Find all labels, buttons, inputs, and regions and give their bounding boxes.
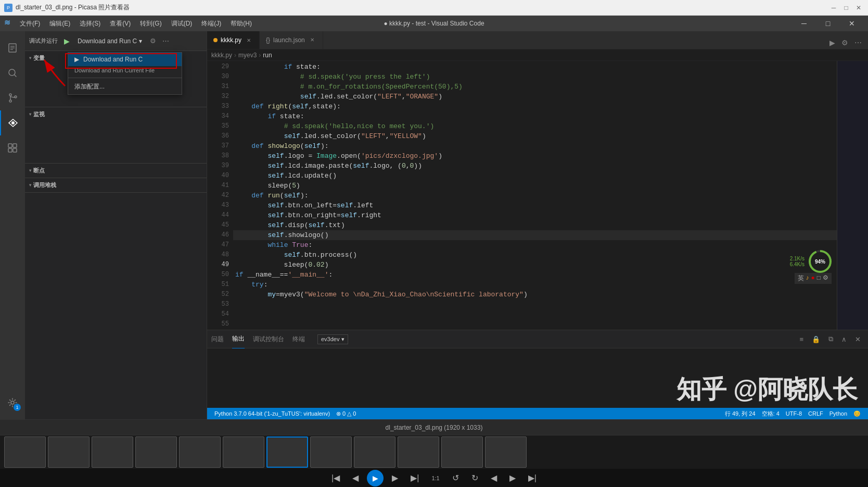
- picasa-file-info: dl_starter_03_dl.png (1920 x 1033): [0, 420, 868, 435]
- picasa-back-button[interactable]: ◀: [348, 471, 363, 485]
- tab-kkkk-close[interactable]: ✕: [245, 36, 253, 44]
- thumbnail-8[interactable]: [310, 436, 352, 468]
- status-indent[interactable]: 空格: 4: [759, 408, 783, 419]
- menu-debug[interactable]: 调试(D): [167, 18, 197, 29]
- panel-channel-dropdown[interactable]: ev3dev ▾: [317, 334, 348, 344]
- panel-format-button[interactable]: ≡: [796, 334, 807, 344]
- picasa-next-button[interactable]: ▶|: [406, 471, 423, 485]
- status-line-ending[interactable]: CRLF: [805, 408, 826, 419]
- thumbnail-3[interactable]: [92, 436, 133, 468]
- thumbnail-12[interactable]: [485, 436, 527, 468]
- thumbnail-7[interactable]: [266, 436, 308, 468]
- svg-rect-15: [13, 148, 17, 152]
- callstack-header[interactable]: ▾ 调用堆栈: [25, 178, 207, 192]
- line-num-54: 54: [211, 309, 229, 319]
- picasa-next-page-button[interactable]: ▶: [505, 471, 520, 485]
- picasa-minimize-button[interactable]: ─: [828, 3, 839, 13]
- thumbnail-6[interactable]: [223, 436, 264, 468]
- breakpoints-header[interactable]: ▾ 断点: [25, 164, 207, 178]
- status-feedback[interactable]: 😊: [850, 408, 864, 419]
- status-encoding[interactable]: UTF-8: [783, 408, 805, 419]
- thumbnail-1[interactable]: [4, 436, 46, 468]
- status-lang[interactable]: Python: [826, 408, 850, 419]
- activity-explore[interactable]: [0, 35, 25, 60]
- picasa-rotate-left-button[interactable]: ↺: [448, 471, 463, 485]
- activity-search[interactable]: [0, 60, 25, 85]
- debug-run-button[interactable]: ▶: [62, 36, 72, 46]
- overlay-gear-icon: ⚙: [823, 274, 828, 283]
- watch-header[interactable]: ▾ 监视: [25, 107, 207, 121]
- status-python[interactable]: Python 3.7.0 64-bit ('1-zu_TuTUS': virtu…: [211, 408, 333, 419]
- menu-edit[interactable]: 编辑(E): [45, 18, 74, 29]
- thumbnail-11[interactable]: [441, 436, 483, 468]
- line-num-43: 43: [211, 201, 229, 210]
- code-editor[interactable]: 29 30 31 32 33 34 35 36 37 38 39 40 41 4…: [207, 61, 868, 330]
- picasa-forward-button[interactable]: ▶: [388, 471, 402, 485]
- menu-help[interactable]: 帮助(H): [226, 18, 256, 29]
- activity-git[interactable]: [0, 85, 25, 110]
- run-file-button[interactable]: ▶: [827, 36, 837, 49]
- picasa-prev-page-button[interactable]: ◀: [487, 471, 501, 485]
- picasa-rotate-right-button[interactable]: ↻: [467, 471, 482, 485]
- status-errors[interactable]: ⊗ 0 △ 0: [333, 408, 359, 419]
- activity-extensions[interactable]: [0, 135, 25, 160]
- status-cursor-label: 行 49, 列 24: [725, 410, 756, 418]
- panel-collapse-button[interactable]: ∧: [838, 334, 850, 344]
- watch-content: [25, 121, 207, 163]
- tab-launch[interactable]: {} launch.json ✕: [260, 31, 323, 49]
- code-line-42: sleep(5): [233, 181, 837, 191]
- picasa-prev-button[interactable]: |◀: [327, 471, 344, 485]
- panel-close-button[interactable]: ✕: [852, 334, 864, 344]
- menu-file[interactable]: 文件(F): [16, 18, 44, 29]
- menu-selection[interactable]: 选择(S): [75, 18, 105, 29]
- line-num-29: 29: [211, 62, 229, 72]
- thumbnail-4[interactable]: [135, 436, 177, 468]
- status-cursor[interactable]: 行 49, 列 24: [722, 408, 759, 419]
- activity-settings[interactable]: 1: [0, 390, 25, 415]
- debug-gear-button[interactable]: ⚙: [148, 36, 158, 46]
- thumbnail-9[interactable]: [354, 436, 395, 468]
- panel-tab-output[interactable]: 输出: [232, 330, 245, 348]
- code-content[interactable]: if state: # sd.speak('you press the left…: [233, 61, 837, 330]
- panel-content: [207, 348, 868, 408]
- picasa-play-button[interactable]: ▶: [367, 470, 384, 486]
- thumbnail-10[interactable]: [398, 436, 439, 468]
- code-line-33: def right(self,state):: [233, 102, 837, 111]
- thumbnail-5[interactable]: [179, 436, 221, 468]
- picasa-last-page-button[interactable]: ▶|: [524, 471, 541, 485]
- menu-view[interactable]: 查看(V): [106, 18, 135, 29]
- dropdown-tooltip: Download and Run Current File: [68, 66, 182, 77]
- breadcrumb-file[interactable]: kkkk.py: [211, 52, 232, 59]
- dropdown-run-current[interactable]: ▶ Download and Run C: [68, 53, 182, 66]
- panel-tab-terminal[interactable]: 终端: [292, 330, 305, 348]
- breadcrumb-method[interactable]: run: [263, 52, 272, 59]
- activity-debug[interactable]: [0, 110, 25, 135]
- vscode-title: ● kkkk.py - test - Visual Studio Code: [384, 20, 484, 27]
- panel-tab-problems[interactable]: 问题: [211, 330, 224, 348]
- chevron-down-icon: ▾: [341, 336, 344, 343]
- picasa-titlebar: P dl_starter_03_dl.png - Picasa 照片查看器 ─ …: [0, 0, 868, 16]
- dropdown-add-config[interactable]: 添加配置...: [68, 79, 182, 94]
- panel-lock-button[interactable]: 🔒: [809, 334, 823, 344]
- tab-launch-close[interactable]: ✕: [308, 36, 316, 44]
- tab-kkkk[interactable]: kkkk.py ✕: [207, 31, 260, 49]
- more-actions-button[interactable]: ⋯: [852, 36, 864, 49]
- debug-config-dropdown[interactable]: Download and Run C ▾: [74, 36, 146, 46]
- vscode-close-button[interactable]: ✕: [840, 16, 864, 31]
- thumbnail-2[interactable]: [48, 436, 90, 468]
- panel-copy-button[interactable]: ⧉: [825, 334, 836, 344]
- picasa-maximize-button[interactable]: □: [841, 3, 851, 13]
- breadcrumb-class[interactable]: myev3: [238, 52, 257, 59]
- debug-more-button[interactable]: ⋯: [160, 36, 171, 46]
- line-num-52: 52: [211, 290, 229, 299]
- picasa-close-button[interactable]: ✕: [853, 3, 864, 13]
- panel-tab-debug-console[interactable]: 调试控制台: [253, 330, 284, 348]
- code-line-41: self.lcd.update(): [233, 171, 837, 181]
- vscode-minimize-button[interactable]: ─: [792, 16, 816, 31]
- debug-file-button[interactable]: ⚙: [839, 36, 850, 49]
- chevron-icon: ▾: [29, 183, 31, 188]
- menu-goto[interactable]: 转到(G): [136, 18, 165, 29]
- vscode-maximize-button[interactable]: □: [816, 16, 840, 31]
- menu-terminal[interactable]: 终端(J): [197, 18, 225, 29]
- debug-dropdown-menu: ▶ Download and Run C Download and Run Cu…: [68, 52, 182, 95]
